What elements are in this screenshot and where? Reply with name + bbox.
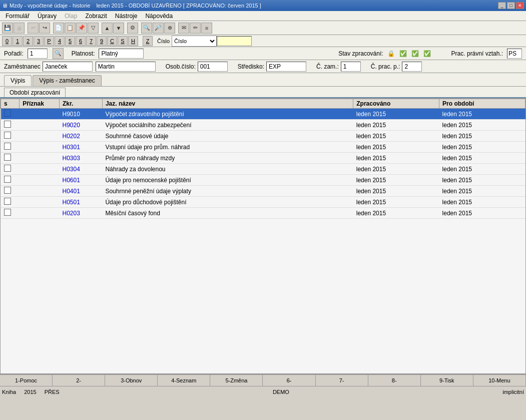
menu-napoveda[interactable]: Nápověda (142, 12, 176, 21)
tb-copy[interactable]: 📋 (65, 23, 76, 34)
period-info: leden 2015 - OBDOBÍ UZAVŘENO [ ZPRACOVÁN… (96, 3, 261, 9)
employee-prijmeni: Janeček (43, 62, 93, 72)
tb-filter[interactable]: ▽ (88, 23, 99, 34)
platnost-label: Platnost: (72, 50, 95, 57)
cislo-dropdown[interactable]: Číslo (172, 36, 217, 47)
nav-7[interactable]: 7 (86, 36, 96, 46)
row-jaz-nazev: Souhrnné peněžní údaje výplaty (102, 186, 353, 197)
selection-indicator (4, 209, 11, 216)
tb-edit[interactable]: ✏ (190, 23, 201, 34)
table-row[interactable]: H0303Průměr pro náhrady mzdyleden 2015le… (1, 153, 525, 164)
nav-0[interactable]: 0 (2, 36, 12, 46)
bottom-key-2[interactable]: 2- (53, 374, 105, 386)
table-row[interactable]: H0202Souhrnné časové údajeleden 2015lede… (1, 131, 525, 142)
nav-c[interactable]: C (107, 36, 117, 46)
selection-indicator (4, 198, 11, 205)
czam-value: 1 (341, 62, 361, 72)
tb-up[interactable]: ▲ (102, 23, 113, 34)
row-zpracovano: leden 2015 (353, 109, 439, 120)
tb-settings[interactable]: ⚙ (127, 23, 138, 34)
menu-zobrazit[interactable]: Zobrazit (82, 12, 110, 21)
table-row[interactable]: H0304Náhrady za dovolenouleden 2015leden… (1, 164, 525, 175)
row-zpracovano: leden 2015 (353, 186, 439, 197)
row-zpracovano: leden 2015 (353, 164, 439, 175)
nav-2[interactable]: 2 (23, 36, 33, 46)
bottom-key-5[interactable]: 5-Změna (210, 374, 263, 386)
minimize-button[interactable]: _ (498, 2, 506, 9)
platnost-value: Platný (99, 49, 144, 59)
bottom-key-10[interactable]: 10-Menu (473, 374, 526, 386)
bottom-key-9[interactable]: 9-Tisk (421, 374, 473, 386)
nav-z[interactable]: Z (143, 36, 153, 46)
row-pro-obdobi: leden 2015 (439, 197, 525, 208)
table-row[interactable]: H0301Vstupní údaje pro prům. náhradleden… (1, 142, 525, 153)
menu-bar: Formulář Úpravy Olap Zobrazit Nástroje N… (0, 11, 526, 21)
osobni-value: 001 (198, 62, 228, 72)
selection-indicator (4, 165, 11, 172)
nav-4[interactable]: 4 (55, 36, 65, 46)
tb-new[interactable]: 📄 (53, 23, 64, 34)
bottom-key-4[interactable]: 4-Seznam (158, 374, 210, 386)
row-zkr: H0202 (59, 131, 102, 142)
data-table: s Příznak Zkr. Jaz. název Zpracováno Pro… (1, 99, 525, 219)
row-priznak (20, 109, 60, 120)
menu-nastroje[interactable]: Nástroje (112, 12, 141, 21)
tab-vypis-zamestnanec[interactable]: Výpis - zaměstnanec (33, 75, 101, 86)
bottom-key-6[interactable]: 6- (263, 374, 315, 386)
table-row[interactable]: H0501Údaje pro důchodové pojištěníleden … (1, 197, 525, 208)
tb-save[interactable]: 💾 (2, 23, 13, 34)
tb-undo[interactable]: ↩ (28, 23, 39, 34)
tb-search3[interactable]: ⊕ (164, 23, 175, 34)
bottom-key-8[interactable]: 8- (368, 374, 421, 386)
bottom-key-7[interactable]: 7- (316, 374, 368, 386)
menu-formular[interactable]: Formulář (2, 12, 33, 21)
row-s (1, 164, 20, 175)
close-button[interactable]: ✕ (516, 2, 524, 9)
data-table-wrapper: s Příznak Zkr. Jaz. název Zpracováno Pro… (1, 99, 525, 373)
maximize-button[interactable]: □ (507, 2, 515, 9)
row-zpracovano: leden 2015 (353, 120, 439, 131)
table-row[interactable]: H9010Výpočet zdravotního pojištěníleden … (1, 109, 525, 120)
tb-redo[interactable]: ↪ (39, 23, 50, 34)
table-row[interactable]: H9020Výpočet sociálního zabezpečeníleden… (1, 120, 525, 131)
tb-search1[interactable]: 🔍 (141, 23, 152, 34)
cprac-label: Č. prac. p.: (371, 63, 400, 70)
nav-h[interactable]: H (128, 36, 138, 46)
nav-1[interactable]: 1 (13, 36, 23, 46)
status-bar: Kniha 2015 PŘES DEMO implicitní (0, 386, 526, 397)
status-pres: PŘES (45, 389, 60, 395)
row-jaz-nazev: Měsíční časový fond (102, 208, 353, 219)
tab-vypis[interactable]: Výpis (4, 75, 32, 86)
row-s (1, 175, 20, 186)
status-year: 2015 (24, 389, 36, 395)
bottom-key-3[interactable]: 3-Obnov (105, 374, 158, 386)
czam-label: Č. zam.: (316, 63, 339, 70)
row-priznak (20, 197, 60, 208)
nav-9[interactable]: 9 (97, 36, 107, 46)
tb-down[interactable]: ▼ (113, 23, 124, 34)
nav-s[interactable]: S (118, 36, 128, 46)
row-jaz-nazev: Údaje pro nemocenské pojištění (102, 175, 353, 186)
nav-5[interactable]: 5 (65, 36, 75, 46)
cislo-input[interactable] (217, 36, 252, 46)
tb-print[interactable]: 🖨 (14, 23, 25, 34)
menu-upravy[interactable]: Úpravy (34, 12, 60, 21)
bottom-key-1[interactable]: 1-Pomoc (0, 374, 53, 386)
tb-search2[interactable]: 🔎 (153, 23, 164, 34)
row-s (1, 208, 20, 219)
tb-mail[interactable]: ✉ (178, 23, 189, 34)
nav-6[interactable]: 6 (76, 36, 86, 46)
table-row[interactable]: H0203Měsíční časový fondleden 2015leden … (1, 208, 525, 219)
poradi-search-icon[interactable]: 🔍 (53, 48, 64, 59)
menu-olap[interactable]: Olap (61, 12, 81, 21)
sub-tab-obdobi[interactable]: Období zpracování (4, 88, 66, 97)
table-row[interactable]: H0601Údaje pro nemocenské pojištěníleden… (1, 175, 525, 186)
tb-list[interactable]: ≡ (201, 23, 212, 34)
cprac-value: 2 (402, 62, 422, 72)
nav-p[interactable]: P (44, 36, 54, 46)
tb-paste[interactable]: 📌 (76, 23, 87, 34)
status-demo: DEMO (273, 389, 289, 395)
nav-3[interactable]: 3 (34, 36, 44, 46)
table-row[interactable]: H0401Souhrnné peněžní údaje výplatyleden… (1, 186, 525, 197)
row-priznak (20, 153, 60, 164)
